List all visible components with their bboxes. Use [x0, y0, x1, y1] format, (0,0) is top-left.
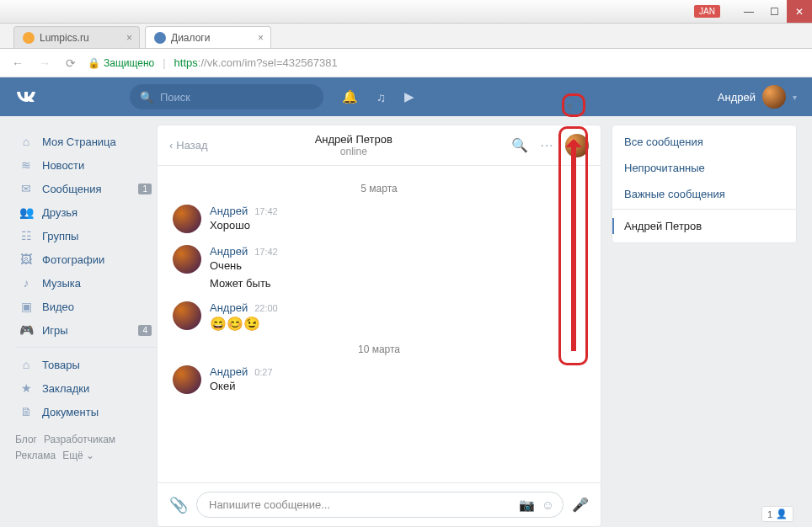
search-in-chat-icon[interactable]: 🔍: [511, 137, 528, 153]
user-menu[interactable]: Андрей ▾: [718, 85, 797, 109]
emoji-icon[interactable]: ☺: [542, 498, 554, 513]
message-input[interactable]: Напишите сообщение... 📷 ☺: [196, 492, 564, 518]
message-text: Может быть: [210, 277, 278, 290]
annotation-icon: ⇡: [566, 103, 574, 114]
sidebar-item-messages[interactable]: ✉Сообщения1: [15, 177, 157, 200]
sidebar-label: Закладки: [42, 382, 89, 395]
nav-back-icon[interactable]: ←: [8, 56, 27, 70]
attach-icon[interactable]: 📎: [169, 496, 188, 514]
chat-title[interactable]: Андрей Петров online: [208, 133, 499, 157]
filter-current[interactable]: Андрей Петров: [612, 213, 796, 239]
sidebar-item-market[interactable]: ⌂Товары: [15, 353, 157, 376]
sidebar-item-bookmarks[interactable]: ★Закладки: [15, 376, 157, 400]
tab-label: Диалоги: [171, 32, 210, 44]
avatar[interactable]: [565, 134, 589, 157]
bookmarks-icon: ★: [19, 381, 34, 395]
sidebar-label: Фотографии: [42, 253, 104, 266]
close-tab-icon[interactable]: ×: [258, 32, 264, 44]
notifications-icon[interactable]: 🔔: [342, 89, 358, 104]
avatar[interactable]: [173, 301, 201, 330]
message-time: 22:00: [254, 303, 278, 313]
browser-tab-active[interactable]: Диалоги ×: [145, 26, 271, 48]
vk-header: 🔍 Поиск 🔔 ♫ ▶ Андрей ▾: [0, 77, 812, 116]
sidebar-item-groups[interactable]: ☷Группы: [15, 224, 157, 248]
search-input[interactable]: 🔍 Поиск: [130, 84, 323, 109]
vk-logo[interactable]: [15, 88, 37, 106]
conversation-filters: Все сообщения Непрочитанные Важные сообщ…: [612, 125, 797, 243]
nav-reload-icon[interactable]: ⟳: [62, 56, 79, 70]
window-maximize[interactable]: ☐: [761, 0, 787, 23]
nav-forward-icon[interactable]: →: [35, 56, 54, 70]
groups-icon: ☷: [19, 229, 34, 242]
message-list[interactable]: 5 марта Андрей17:42 Хорошо Андрей17:42 О…: [158, 166, 601, 482]
chat-status: online: [208, 146, 499, 157]
window-titlebar: JAN — ☐ ✕: [0, 0, 812, 24]
sidebar-item-docs[interactable]: 🗎Документы: [15, 400, 157, 423]
link-ads[interactable]: Реклама: [15, 450, 56, 461]
secure-indicator: 🔒 Защищено: [88, 57, 154, 69]
friends-icon: 👥: [19, 205, 34, 219]
sidebar-item-video[interactable]: ▣Видео: [15, 295, 157, 318]
link-more[interactable]: Ещё ⌄: [62, 450, 94, 461]
message-text: Хорошо: [210, 219, 278, 232]
music-icon: ♪: [19, 276, 34, 290]
back-button[interactable]: ‹Назад: [169, 139, 208, 152]
date-label: 5 марта: [173, 183, 585, 194]
back-label: Назад: [176, 139, 207, 152]
avatar[interactable]: [173, 365, 201, 394]
browser-tab[interactable]: Lumpics.ru ×: [13, 26, 140, 48]
filter-unread[interactable]: Непрочитанные: [612, 155, 796, 181]
online-counter[interactable]: 1 👤: [761, 506, 793, 522]
filter-all[interactable]: Все сообщения: [612, 129, 796, 155]
sender-name[interactable]: Андрей: [210, 301, 248, 314]
feed-icon: ≋: [19, 158, 34, 172]
search-icon: 🔍: [140, 91, 153, 104]
chat-header: ‹Назад Андрей Петров online 🔍 ⋯: [158, 125, 601, 166]
window-minimize[interactable]: —: [736, 0, 761, 23]
right-panel: Все сообщения Непрочитанные Важные сообщ…: [612, 125, 797, 527]
titlebar-badge: JAN: [694, 5, 720, 18]
avatar[interactable]: [173, 245, 201, 274]
sidebar-item-photos[interactable]: 🖼Фотографии: [15, 248, 157, 271]
link-blog[interactable]: Блог: [15, 434, 37, 445]
photos-icon: 🖼: [19, 253, 34, 266]
secure-label: Защищено: [104, 57, 154, 69]
chevron-down-icon: ▾: [793, 93, 797, 102]
message-time: 17:42: [254, 247, 278, 257]
docs-icon: 🗎: [19, 405, 34, 418]
filter-important[interactable]: Важные сообщения: [612, 181, 796, 210]
sidebar-item-friends[interactable]: 👥Друзья: [15, 200, 157, 224]
close-tab-icon[interactable]: ×: [126, 32, 132, 44]
games-icon: 🎮: [19, 323, 34, 337]
sender-name[interactable]: Андрей: [210, 205, 248, 217]
sidebar-label: Новости: [42, 159, 84, 172]
sidebar-label: Группы: [42, 230, 78, 242]
video-icon[interactable]: ▶: [404, 89, 414, 104]
favicon-icon: [23, 32, 35, 44]
music-icon[interactable]: ♫: [377, 90, 386, 104]
avatar[interactable]: [173, 205, 201, 233]
sidebar-label: Моя Страница: [42, 136, 116, 148]
sidebar-item-news[interactable]: ≋Новости: [15, 153, 157, 177]
camera-icon[interactable]: 📷: [519, 498, 535, 513]
mic-icon[interactable]: 🎤: [572, 497, 589, 513]
counter-value: 1: [767, 509, 772, 519]
sender-name[interactable]: Андрей: [210, 245, 248, 258]
sidebar-item-music[interactable]: ♪Музыка: [15, 271, 157, 295]
avatar: [762, 85, 786, 109]
sidebar-item-games[interactable]: 🎮Игры4: [15, 318, 157, 342]
message-emoji: 😄😊😉: [210, 316, 278, 332]
sidebar-item-profile[interactable]: ⌂Моя Страница: [15, 130, 157, 153]
sender-name[interactable]: Андрей: [210, 365, 248, 378]
badge: 4: [138, 325, 152, 336]
more-icon[interactable]: ⋯: [540, 137, 553, 153]
message-text: Очень: [210, 259, 278, 272]
sidebar-label: Друзья: [42, 206, 77, 219]
url-text[interactable]: https://vk.com/im?sel=432567381: [174, 56, 338, 69]
link-dev[interactable]: Разработчикам: [44, 434, 115, 445]
browser-tabstrip: Lumpics.ru × Диалоги ×: [0, 24, 812, 49]
message-text: Окей: [210, 380, 273, 392]
favicon-icon: [154, 32, 166, 44]
window-close[interactable]: ✕: [787, 0, 812, 23]
market-icon: ⌂: [19, 358, 34, 371]
